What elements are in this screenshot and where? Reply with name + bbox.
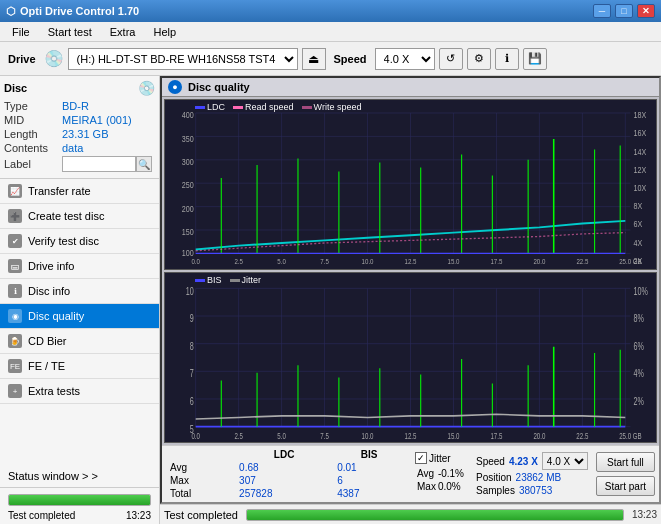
svg-text:15.0: 15.0 bbox=[448, 257, 460, 265]
stats-max-row: Max 307 6 bbox=[166, 474, 405, 487]
eject-button[interactable]: ⏏ bbox=[302, 48, 326, 70]
app-status-text: Test completed bbox=[164, 509, 238, 521]
svg-text:7.5: 7.5 bbox=[320, 431, 329, 442]
menu-extra[interactable]: Extra bbox=[102, 24, 144, 40]
sidebar-progress-bar bbox=[8, 494, 151, 506]
settings-button[interactable]: ⚙ bbox=[467, 48, 491, 70]
menu-file[interactable]: File bbox=[4, 24, 38, 40]
disc-quality-panel: ● Disc quality LDC Read speed bbox=[160, 76, 661, 504]
svg-text:300: 300 bbox=[182, 157, 194, 167]
start-full-button[interactable]: Start full bbox=[596, 452, 655, 472]
svg-text:0.0: 0.0 bbox=[191, 257, 200, 265]
svg-text:5.0: 5.0 bbox=[277, 431, 286, 442]
svg-text:0.0: 0.0 bbox=[191, 431, 200, 442]
app-time: 13:23 bbox=[632, 509, 657, 520]
fe-te-icon: FE bbox=[8, 359, 22, 373]
disc-label-button[interactable]: 🔍 bbox=[136, 156, 152, 172]
disc-info-label: Disc info bbox=[28, 285, 70, 297]
chart1-svg: 400 350 300 250 200 150 100 18X 16X 14X … bbox=[165, 100, 656, 269]
ldc-legend-item: LDC bbox=[195, 102, 225, 112]
speed-select-stat[interactable]: 4.0 X bbox=[542, 452, 588, 470]
speed-select[interactable]: 4.0 X bbox=[375, 48, 435, 70]
app-progress-bar bbox=[246, 509, 624, 521]
content-area: ● Disc quality LDC Read speed bbox=[160, 76, 661, 524]
read-speed-legend-item: Read speed bbox=[233, 102, 294, 112]
sidebar: Disc 💿 Type BD-R MID MEIRA1 (001) Length… bbox=[0, 76, 160, 524]
sidebar-item-drive-info[interactable]: 🖴 Drive info bbox=[0, 254, 159, 279]
svg-text:4X: 4X bbox=[633, 238, 642, 248]
status-window-button[interactable]: Status window > > bbox=[0, 465, 159, 488]
sidebar-item-transfer-rate[interactable]: 📈 Transfer rate bbox=[0, 179, 159, 204]
svg-text:4%: 4% bbox=[633, 368, 643, 380]
menu-help[interactable]: Help bbox=[145, 24, 184, 40]
minimize-button[interactable]: ─ bbox=[593, 4, 611, 18]
jitter-checkbox[interactable]: ✓ bbox=[415, 452, 427, 464]
disc-label-input[interactable] bbox=[62, 156, 136, 172]
info-button[interactable]: ℹ bbox=[495, 48, 519, 70]
drive-select[interactable]: (H:) HL-DT-ST BD-RE WH16NS58 TST4 bbox=[68, 48, 298, 70]
ldc-chart: LDC Read speed Write speed bbox=[164, 99, 657, 270]
disc-quality-icon: ◉ bbox=[8, 309, 22, 323]
start-part-button[interactable]: Start part bbox=[596, 476, 655, 496]
stats-table: LDC BIS Avg 0.68 0.01 Max bbox=[162, 446, 409, 502]
sidebar-item-disc-quality[interactable]: ◉ Disc quality bbox=[0, 304, 159, 329]
jitter-label: Jitter bbox=[429, 453, 451, 464]
disc-quality-header-icon: ● bbox=[168, 80, 182, 94]
svg-text:12X: 12X bbox=[633, 165, 646, 175]
disc-icon[interactable]: 💿 bbox=[138, 80, 155, 96]
disc-length-label: Length bbox=[4, 128, 62, 140]
maximize-button[interactable]: □ bbox=[615, 4, 633, 18]
title-bar: ⬡ Opti Drive Control 1.70 ─ □ ✕ bbox=[0, 0, 661, 22]
samples-value: 380753 bbox=[519, 485, 552, 496]
svg-text:20.0: 20.0 bbox=[533, 257, 545, 265]
stats-header-ldc: LDC bbox=[235, 448, 333, 461]
write-speed-legend-dot bbox=[302, 106, 312, 109]
chart2-svg: 10 9 8 7 6 5 10% 8% 6% 4% 2% bbox=[165, 273, 656, 442]
disc-quality-header: ● Disc quality bbox=[162, 78, 659, 97]
svg-text:250: 250 bbox=[182, 181, 194, 191]
svg-text:25.0 GB: 25.0 GB bbox=[619, 431, 642, 442]
svg-text:6: 6 bbox=[190, 396, 194, 408]
stats-max-label: Max bbox=[166, 474, 235, 487]
svg-text:10%: 10% bbox=[633, 285, 647, 297]
sidebar-item-extra-tests[interactable]: + Extra tests bbox=[0, 379, 159, 404]
jitter-max-val: 0.0% bbox=[438, 481, 464, 492]
verify-test-disc-label: Verify test disc bbox=[28, 235, 99, 247]
svg-text:350: 350 bbox=[182, 134, 194, 144]
svg-text:10X: 10X bbox=[633, 183, 646, 193]
save-button[interactable]: 💾 bbox=[523, 48, 547, 70]
disc-label-key: Label bbox=[4, 158, 62, 170]
stats-avg-label: Avg bbox=[166, 461, 235, 474]
sidebar-item-disc-info[interactable]: ℹ Disc info bbox=[0, 279, 159, 304]
jitter-stats-table: Avg -0.1% Max 0.0% bbox=[415, 466, 466, 496]
samples-label: Samples bbox=[476, 485, 515, 496]
sidebar-item-fe-te[interactable]: FE FE / TE bbox=[0, 354, 159, 379]
drive-label: Drive bbox=[4, 53, 40, 65]
close-button[interactable]: ✕ bbox=[637, 4, 655, 18]
jitter-avg-label: Avg bbox=[417, 468, 436, 479]
read-speed-legend-label: Read speed bbox=[245, 102, 294, 112]
svg-text:22.5: 22.5 bbox=[576, 257, 588, 265]
svg-text:5.0: 5.0 bbox=[277, 257, 286, 265]
svg-text:9: 9 bbox=[190, 313, 194, 325]
disc-contents-row: Contents data bbox=[4, 142, 155, 154]
bis-legend-label: BIS bbox=[207, 275, 222, 285]
svg-text:8X: 8X bbox=[633, 201, 642, 211]
refresh-button[interactable]: ↺ bbox=[439, 48, 463, 70]
svg-text:22.5: 22.5 bbox=[576, 431, 588, 442]
sidebar-item-create-test-disc[interactable]: ➕ Create test disc bbox=[0, 204, 159, 229]
extra-tests-label: Extra tests bbox=[28, 385, 80, 397]
svg-text:10.0: 10.0 bbox=[362, 431, 374, 442]
sidebar-item-cd-bier[interactable]: 🍺 CD Bier bbox=[0, 329, 159, 354]
menu-bar: File Start test Extra Help bbox=[0, 22, 661, 42]
create-test-disc-label: Create test disc bbox=[28, 210, 104, 222]
main-area: Disc 💿 Type BD-R MID MEIRA1 (001) Length… bbox=[0, 76, 661, 524]
app-title: Opti Drive Control 1.70 bbox=[20, 5, 139, 17]
bis-legend-dot bbox=[195, 279, 205, 282]
sidebar-item-verify-test-disc[interactable]: ✔ Verify test disc bbox=[0, 229, 159, 254]
drive-info-icon: 🖴 bbox=[8, 259, 22, 273]
menu-start-test[interactable]: Start test bbox=[40, 24, 100, 40]
title-bar-title: ⬡ Opti Drive Control 1.70 bbox=[6, 5, 139, 18]
disc-mid-row: MID MEIRA1 (001) bbox=[4, 114, 155, 126]
jitter-section: ✓ Jitter Avg -0.1% Max 0.0% bbox=[409, 446, 472, 502]
